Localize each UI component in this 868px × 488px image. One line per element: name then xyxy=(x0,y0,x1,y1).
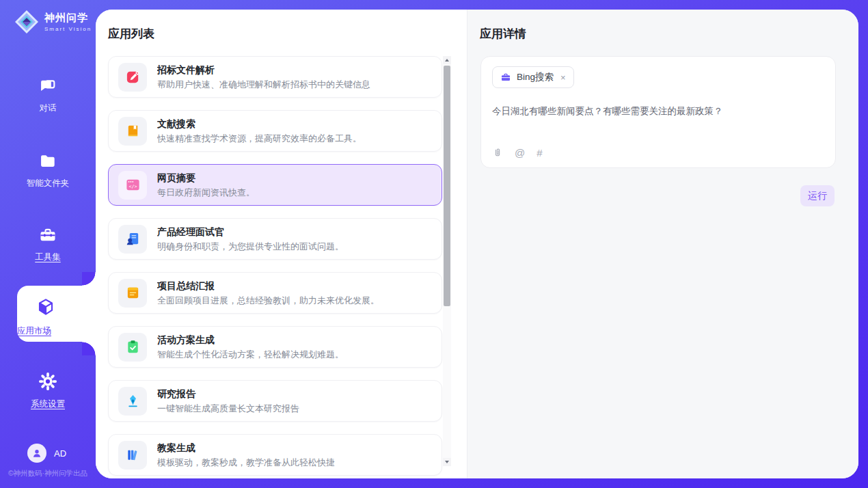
app-card-activity-plan[interactable]: 活动方案生成 智能生成个性化活动方案，轻松解决规划难题。 xyxy=(108,326,442,368)
app-card-project-summary[interactable]: 项目总结汇报 全面回顾项目进展，总结经验教训，助力未来优化发展。 xyxy=(108,272,442,314)
briefcase-icon xyxy=(500,72,511,83)
app-card-title: 网页摘要 xyxy=(157,172,255,184)
app-card-title: 产品经理面试官 xyxy=(157,226,344,238)
app-icon-tile xyxy=(118,63,147,92)
copyright-text: ©神州数码·神州问学出品 xyxy=(0,469,96,478)
app-card-title: 项目总结汇报 xyxy=(157,280,379,292)
app-card-bid-parse[interactable]: 招标文件解析 帮助用户快速、准确地理解和解析招标书中的关键信息 xyxy=(108,56,442,98)
sidebar-item-chat[interactable]: 对话 xyxy=(0,77,96,114)
sidebar-item-smart-folder[interactable]: 智能文件夹 xyxy=(0,152,96,189)
brand-logo: 神州问学 Smart Vision xyxy=(14,9,92,35)
sidebar-item-label: 应用市场 xyxy=(17,325,74,337)
app-card-desc: 快速精准查找学术资源，提高研究效率的必备工具。 xyxy=(157,133,362,145)
app-icon-tile xyxy=(118,117,147,146)
app-card-literature-search[interactable]: 文献搜索 快速精准查找学术资源，提高研究效率的必备工具。 xyxy=(108,110,442,152)
bid-document-icon xyxy=(125,69,141,85)
app-card-research-report[interactable]: 研究报告 一键智能生成高质量长文本研究报告 xyxy=(108,380,442,422)
app-icon-tile xyxy=(118,279,147,308)
tool-chip-bing-search[interactable]: Bing搜索 × xyxy=(492,66,574,88)
brand-subtitle: Smart Vision xyxy=(44,26,92,32)
app-card-desc: 模板驱动，教案秒成，教学准备从此轻松快捷 xyxy=(157,457,335,469)
app-card-title: 文献搜索 xyxy=(157,118,362,130)
app-icon-tile xyxy=(118,333,147,362)
app-detail-panel: 应用详情 Bing搜索 × 今日湖北有哪些新闻要点？有哪些需要关注的最新政策？ … xyxy=(467,10,858,478)
app-card-pm-interviewer[interactable]: 产品经理面试官 明确身份和职责，为您提供专业性的面试问题。 xyxy=(108,218,442,260)
gear-icon xyxy=(38,371,58,392)
app-card-web-summary[interactable]: </> 网页摘要 每日政府新闻资讯快查。 xyxy=(108,164,442,206)
app-card-desc: 明确身份和职责，为您提供专业性的面试问题。 xyxy=(157,241,344,253)
user-name: AD xyxy=(54,448,66,459)
app-icon-tile: </> xyxy=(118,171,147,200)
book-icon xyxy=(125,123,141,139)
app-icon-tile xyxy=(118,441,147,470)
prompt-text[interactable]: 今日湖北有哪些新闻要点？有哪些需要关注的最新政策？ xyxy=(492,105,824,118)
app-card-title: 活动方案生成 xyxy=(157,334,344,346)
folder-icon xyxy=(38,152,57,171)
avatar xyxy=(27,444,46,463)
app-icon-tile xyxy=(118,387,147,416)
app-card-list: 招标文件解析 帮助用户快速、准确地理解和解析招标书中的关键信息 文献搜索 快速精… xyxy=(108,56,442,463)
person-icon xyxy=(31,447,43,459)
attachment-toolbar: @ # xyxy=(492,147,543,159)
bubble-curve-top xyxy=(82,272,96,286)
app-card-title: 教案生成 xyxy=(157,442,335,454)
app-card-lesson-plan[interactable]: 教案生成 模板驱动，教案秒成，教学准备从此轻松快捷 xyxy=(108,434,442,476)
app-card-desc: 帮助用户快速、准确地理解和解析招标书中的关键信息 xyxy=(157,79,370,91)
scrollbar-down-button[interactable] xyxy=(443,458,451,466)
at-icon[interactable]: @ xyxy=(515,148,525,158)
triangle-up-icon xyxy=(445,59,449,62)
brand-name: 神州问学 xyxy=(44,12,92,25)
app-card-desc: 一键智能生成高质量长文本研究报告 xyxy=(157,403,299,415)
app-list-title: 应用列表 xyxy=(108,26,154,42)
research-pen-icon xyxy=(125,393,141,409)
svg-text:</>: </> xyxy=(128,184,137,189)
app-detail-title: 应用详情 xyxy=(480,26,526,42)
app-icon-tile xyxy=(118,225,147,254)
app-card-desc: 每日政府新闻资讯快查。 xyxy=(157,187,255,199)
app-card-title: 招标文件解析 xyxy=(157,64,370,76)
sidebar-item-label: 智能文件夹 xyxy=(0,178,96,189)
list-scrollbar[interactable] xyxy=(443,56,451,466)
app-list-panel: 应用列表 招标文件解析 帮助用户快速、准确地理解和解析招标书中的关键信息 xyxy=(96,10,467,478)
books-icon xyxy=(125,447,141,463)
close-icon[interactable]: × xyxy=(560,73,566,82)
user-account[interactable]: AD xyxy=(27,444,66,463)
chat-icon xyxy=(38,77,57,96)
sidebar-item-settings[interactable]: 系统设置 xyxy=(0,371,96,410)
sidebar-item-label: 工具集 xyxy=(0,252,96,263)
interviewer-icon xyxy=(125,231,141,247)
tool-chip-label: Bing搜索 xyxy=(517,71,554,83)
diamond-logo-icon xyxy=(14,9,40,35)
sidebar-item-label: 对话 xyxy=(0,103,96,114)
run-button[interactable]: 运行 xyxy=(800,185,835,206)
scrollbar-up-button[interactable] xyxy=(443,56,451,64)
scrollbar-thumb[interactable] xyxy=(444,66,450,306)
app-card-desc: 全面回顾项目进展，总结经验教训，助力未来优化发展。 xyxy=(157,295,379,307)
prompt-input-card[interactable]: Bing搜索 × 今日湖北有哪些新闻要点？有哪些需要关注的最新政策？ @ # xyxy=(480,56,836,168)
webpage-code-icon: </> xyxy=(125,177,141,193)
triangle-down-icon xyxy=(445,461,449,463)
sidebar-item-toolset[interactable]: 工具集 xyxy=(0,226,96,263)
cube-icon xyxy=(36,297,56,317)
clipboard-check-icon xyxy=(125,339,141,355)
sidebar-item-app-market[interactable]: 应用市场 xyxy=(17,286,96,342)
paperclip-icon[interactable] xyxy=(492,147,503,159)
toolbox-icon xyxy=(38,226,57,245)
summary-note-icon xyxy=(125,285,141,301)
app-card-title: 研究报告 xyxy=(157,388,299,400)
hash-icon[interactable]: # xyxy=(537,148,542,158)
app-card-desc: 智能生成个性化活动方案，轻松解决规划难题。 xyxy=(157,349,344,361)
sidebar: 神州问学 Smart Vision 对话 智能文件夹 工具集 xyxy=(0,0,96,488)
bubble-curve-bottom xyxy=(82,342,96,355)
sidebar-item-label: 系统设置 xyxy=(0,398,96,410)
main-content: 应用列表 招标文件解析 帮助用户快速、准确地理解和解析招标书中的关键信息 xyxy=(96,10,858,478)
